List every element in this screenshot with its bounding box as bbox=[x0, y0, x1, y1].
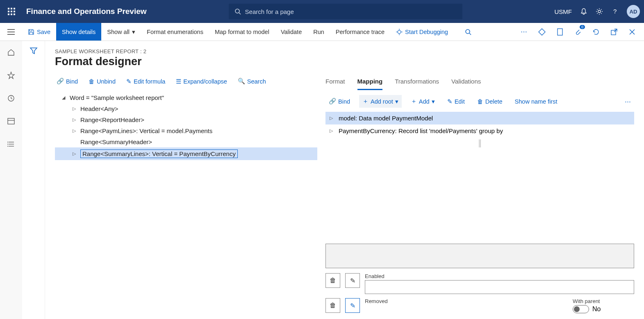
tab-mapping[interactable]: Mapping bbox=[357, 75, 383, 90]
search-button[interactable] bbox=[462, 26, 474, 38]
formula-input[interactable] bbox=[325, 244, 634, 268]
chevron-down-icon: ▾ bbox=[132, 29, 135, 35]
map-more-button[interactable]: ⋯ bbox=[621, 96, 634, 107]
caret-right-icon[interactable]: ▷ bbox=[71, 117, 77, 122]
svg-point-16 bbox=[398, 30, 401, 34]
add-root-button[interactable]: ＋Add root▾ bbox=[359, 95, 402, 108]
expand-collapse-button[interactable]: ☰Expand/collapse bbox=[174, 75, 228, 87]
tab-format[interactable]: Format bbox=[325, 75, 345, 90]
edit-button[interactable]: ✎Edit bbox=[444, 96, 468, 107]
caret-right-icon[interactable]: ▷ bbox=[330, 128, 335, 133]
tree-row[interactable]: ▷Header<Any> bbox=[55, 103, 317, 114]
tab-transformations[interactable]: Transformations bbox=[395, 75, 439, 90]
caret-down-icon[interactable]: ◢ bbox=[61, 95, 66, 100]
enabled-label: Enabled bbox=[365, 273, 634, 279]
map-format-button[interactable]: Map format to model bbox=[209, 23, 275, 41]
with-parent-label: With parent bbox=[573, 298, 634, 304]
validate-button[interactable]: Validate bbox=[275, 23, 307, 41]
format-enumerations-button[interactable]: Format enumerations bbox=[141, 23, 209, 41]
prop-delete-icon-2[interactable]: 🗑 bbox=[325, 298, 340, 313]
svg-rect-3 bbox=[8, 11, 9, 12]
save-button[interactable]: Save bbox=[22, 23, 56, 41]
more-icon[interactable]: ⋯ bbox=[518, 26, 530, 38]
diamond-icon[interactable] bbox=[536, 26, 548, 38]
splitter[interactable]: ║ bbox=[325, 140, 634, 147]
tree-row[interactable]: ▷Range<PaymLines>: Vertical = model.Paym… bbox=[55, 125, 317, 136]
svg-rect-2 bbox=[14, 8, 15, 9]
delete-button[interactable]: 🗑Delete bbox=[474, 96, 506, 107]
clock-icon[interactable] bbox=[5, 92, 18, 105]
map-bind-button[interactable]: 🔗Bind bbox=[325, 95, 353, 107]
start-debugging-button[interactable]: Start Debugging bbox=[390, 23, 454, 41]
run-button[interactable]: Run bbox=[307, 23, 330, 41]
tab-validations[interactable]: Validations bbox=[451, 75, 481, 90]
with-parent-toggle[interactable]: No bbox=[573, 305, 634, 313]
add-button[interactable]: ＋Add▾ bbox=[407, 95, 438, 108]
mapping-tabs: Format Mapping Transformations Validatio… bbox=[325, 75, 634, 90]
two-column-layout: 🔗Bind 🗑Unbind ✎Edit formula ☰Expand/coll… bbox=[55, 75, 634, 319]
gear-icon[interactable] bbox=[596, 8, 603, 15]
tree-row-selected[interactable]: ▷Range<SummaryLines>: Vertical = Payment… bbox=[55, 147, 317, 160]
tree-row[interactable]: ◢Word = "Sample worksheet report" bbox=[55, 92, 317, 103]
waffle-icon[interactable] bbox=[4, 4, 19, 19]
mapping-tree[interactable]: ▷model: Data model PaymentModel ▷Payment… bbox=[325, 112, 634, 137]
format-tree-pane: 🔗Bind 🗑Unbind ✎Edit formula ☰Expand/coll… bbox=[55, 75, 317, 319]
pencil-icon: ✎ bbox=[447, 98, 453, 105]
prop-edit-icon-2[interactable]: ✎ bbox=[345, 298, 360, 313]
prop-delete-icon[interactable]: 🗑 bbox=[325, 273, 340, 288]
show-name-first-button[interactable]: Show name first bbox=[512, 96, 561, 107]
performance-trace-button[interactable]: Performance trace bbox=[330, 23, 390, 41]
mapping-toolbar: 🔗Bind ＋Add root▾ ＋Add▾ ✎Edit 🗑Delete Sho… bbox=[325, 95, 634, 108]
workspace-icon[interactable] bbox=[5, 115, 18, 128]
svg-point-11 bbox=[598, 10, 601, 13]
popout-icon[interactable] bbox=[608, 26, 620, 38]
company-code[interactable]: USMF bbox=[555, 8, 572, 15]
help-icon[interactable]: ? bbox=[611, 8, 619, 15]
svg-rect-23 bbox=[558, 29, 562, 35]
list-icon[interactable] bbox=[5, 138, 18, 151]
caret-right-icon[interactable]: ▷ bbox=[71, 151, 77, 156]
format-tree[interactable]: ◢Word = "Sample worksheet report" ▷Heade… bbox=[55, 92, 317, 160]
svg-rect-4 bbox=[11, 11, 12, 12]
close-icon[interactable] bbox=[626, 26, 638, 38]
enabled-input[interactable] bbox=[365, 280, 634, 294]
funnel-icon[interactable] bbox=[30, 47, 38, 319]
star-icon[interactable] bbox=[5, 69, 18, 82]
bell-icon[interactable] bbox=[580, 8, 587, 15]
mapping-pane: Format Mapping Transformations Validatio… bbox=[325, 75, 634, 319]
svg-point-21 bbox=[466, 29, 470, 34]
page-icon[interactable] bbox=[554, 26, 566, 38]
global-search-input[interactable] bbox=[245, 8, 457, 15]
refresh-icon[interactable] bbox=[590, 26, 602, 38]
caret-right-icon[interactable]: ▷ bbox=[71, 128, 77, 133]
tree-row[interactable]: Range<SummaryHeader> bbox=[55, 136, 317, 147]
svg-rect-6 bbox=[8, 14, 9, 15]
home-icon[interactable] bbox=[5, 46, 18, 59]
map-tree-row[interactable]: ▷PaymentByCurrency: Record list 'model/P… bbox=[325, 124, 634, 137]
page-title: Format designer bbox=[55, 55, 634, 68]
search-icon bbox=[234, 8, 241, 15]
unbind-button[interactable]: 🗑Unbind bbox=[87, 75, 117, 87]
tree-row[interactable]: ▷Range<ReportHeader> bbox=[55, 114, 317, 125]
link-icon: 🔗 bbox=[57, 78, 64, 85]
caret-right-icon[interactable]: ▷ bbox=[330, 115, 335, 121]
avatar[interactable]: AD bbox=[627, 5, 640, 18]
list-icon: ☰ bbox=[176, 78, 181, 85]
svg-point-33 bbox=[7, 142, 8, 143]
edit-formula-button[interactable]: ✎Edit formula bbox=[125, 75, 167, 87]
hamburger-icon[interactable] bbox=[0, 23, 22, 41]
bind-button[interactable]: 🔗Bind bbox=[55, 75, 80, 87]
show-details-button[interactable]: Show details bbox=[56, 23, 101, 41]
caret-right-icon[interactable]: ▷ bbox=[71, 106, 77, 111]
map-tree-row-selected[interactable]: ▷model: Data model PaymentModel bbox=[325, 112, 634, 124]
show-all-button[interactable]: Show all▾ bbox=[101, 23, 141, 41]
side-rail bbox=[0, 41, 22, 319]
svg-point-34 bbox=[7, 144, 8, 145]
attachment-icon[interactable]: 0 bbox=[572, 26, 584, 38]
global-search[interactable] bbox=[229, 4, 462, 19]
tree-search-button[interactable]: 🔍Search bbox=[236, 75, 268, 87]
header-right: USMF ? AD bbox=[555, 5, 640, 18]
prop-edit-icon[interactable]: ✎ bbox=[345, 273, 360, 288]
svg-rect-8 bbox=[14, 14, 15, 15]
breadcrumb: SAMPLE WORKSHEET REPORT : 2 bbox=[55, 48, 634, 54]
